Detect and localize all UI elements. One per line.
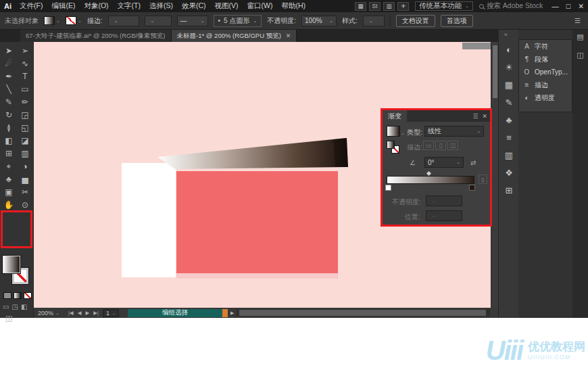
menu-item[interactable]: 选择(S) — [149, 1, 173, 11]
gradient-angle-dropdown[interactable]: 0° — [424, 157, 464, 168]
status-flyout-icon[interactable]: ▶ — [230, 310, 234, 316]
stock-search-field[interactable]: 搜索 Adobe Stock — [479, 1, 543, 11]
artboard-nav-button[interactable]: ▶ — [85, 310, 89, 316]
scale-tool[interactable]: ◲ — [17, 108, 33, 121]
symbol-sprayer-tool[interactable]: ♣ — [1, 172, 17, 185]
color-button[interactable] — [3, 292, 11, 299]
slice-tool[interactable]: ✂ — [17, 185, 33, 198]
blend-tool[interactable]: ◑ — [17, 160, 33, 172]
menu-item[interactable]: 文件(F) — [20, 1, 43, 11]
hand-tool[interactable]: ✋ — [1, 198, 17, 211]
width-tool[interactable]: ≬ — [1, 121, 17, 134]
document-tab-1[interactable]: 67-大玲子-建筑临摹.ai* @ 200% (RGB/像素预览) — [20, 30, 172, 42]
launch-grid-icon[interactable]: ▦ — [355, 2, 366, 11]
stop-position-dropdown[interactable] — [426, 210, 462, 221]
selection-tool[interactable]: ➤ — [1, 44, 17, 57]
menu-item[interactable]: 效果(C) — [182, 1, 206, 11]
paragraph-panel[interactable]: ¶ 段落 — [519, 53, 572, 66]
type-tool[interactable]: T — [17, 70, 33, 83]
document-tab-2[interactable]: 未标题-1* @ 200% (RGB/GPU 预览) ✕ — [172, 30, 297, 42]
paintbrush-tool[interactable]: ✎ — [1, 95, 17, 108]
pencil-tool[interactable]: ✏ — [17, 95, 33, 108]
brush-definition-dropdown[interactable] — [145, 16, 172, 26]
artboard-nav-button[interactable]: ◀ — [78, 310, 82, 316]
lasso-tool[interactable]: ∿ — [17, 57, 33, 70]
control-panel-menu-icon[interactable]: ☰ — [574, 17, 583, 24]
gradient-midpoint-handle[interactable] — [426, 171, 431, 176]
gradient-button[interactable] — [14, 292, 22, 299]
vertical-scrollbar-thumb[interactable] — [493, 45, 497, 98]
width-profile-dropdown[interactable]: — — [177, 16, 208, 26]
swatches-panel-icon[interactable]: ▦ — [499, 76, 519, 93]
draw-mode-button[interactable]: ▭ — [3, 303, 9, 310]
shape-builder-tool[interactable]: ◧ — [1, 134, 17, 147]
gradient-stop-end[interactable] — [469, 185, 475, 191]
pink-shadow-shape[interactable] — [176, 273, 338, 279]
cloud-icon[interactable]: ◫ — [577, 51, 583, 60]
stroke-weight-dropdown[interactable] — [108, 16, 139, 26]
gradient-panel-header[interactable]: 渐变 ☰ ✕ — [383, 110, 490, 122]
style-dropdown[interactable] — [363, 16, 385, 26]
stroke-color-dropdown[interactable]: ⌄ — [66, 16, 82, 25]
stroke-gradient-option-button[interactable]: ◫ — [447, 141, 458, 150]
stop-opacity-dropdown[interactable] — [426, 195, 462, 206]
none-button[interactable] — [24, 292, 32, 299]
rotate-tool[interactable]: ↻ — [1, 108, 17, 121]
opacity-dropdown[interactable]: 100% — [301, 16, 337, 26]
gradient-thumbnail-caret-icon[interactable]: ⌄ — [401, 131, 405, 136]
gradient-stop-option-icon[interactable]: ▯ — [479, 175, 487, 184]
artboard-nav-button[interactable]: |◀ — [68, 310, 74, 316]
white-rectangle-shape[interactable] — [122, 163, 176, 277]
menu-item[interactable]: 编辑(E) — [51, 1, 75, 11]
minimize-button[interactable]: — — [552, 2, 559, 10]
mini-fill-gradient-indicator[interactable] — [387, 141, 395, 149]
draw-mode-button[interactable]: ◳ — [11, 303, 18, 310]
artboard-number-dropdown[interactable]: 1 — [103, 309, 119, 317]
free-transform-tool[interactable]: ◱ — [17, 121, 33, 134]
tab-close-icon[interactable]: ✕ — [286, 32, 291, 39]
roof-gradient-shape[interactable] — [152, 134, 352, 173]
stroke-panel-icon[interactable]: ≡ — [499, 129, 519, 146]
rectangle-tool[interactable]: ▭ — [17, 83, 33, 95]
panel-close-icon[interactable]: ✕ — [482, 113, 487, 120]
menu-item[interactable]: 对象(O) — [84, 1, 108, 11]
gradient-panel-tab[interactable]: 渐变 — [383, 110, 407, 122]
transparency-panel[interactable]: ◐ 透明度 — [519, 91, 572, 104]
stroke-gradient-option-button[interactable]: ▯ — [435, 141, 446, 150]
artboard-nav-button[interactable]: ▶| — [93, 310, 99, 316]
gradient-slider[interactable] — [387, 176, 474, 184]
gradient-tool[interactable]: ▥ — [17, 147, 33, 160]
menu-item[interactable]: 帮助(H) — [282, 1, 306, 11]
gradient-stop-start[interactable] — [385, 185, 391, 191]
document-setup-button[interactable]: 文档设置 — [396, 15, 435, 27]
menu-item[interactable]: 文字(T) — [118, 1, 141, 11]
pen-tool[interactable]: ✒ — [1, 70, 17, 83]
workspace-switcher[interactable]: 传统基本功能 — [415, 1, 473, 11]
direct-selection-tool[interactable]: ➢ — [17, 44, 33, 57]
fill-color-dropdown[interactable]: ⌄ — [44, 16, 60, 25]
gradient-panel-icon[interactable]: ▥ — [499, 146, 519, 164]
stroke-gradient-option-button[interactable]: ▭ — [423, 141, 434, 150]
appearance-panel-icon[interactable]: ❖ — [499, 164, 519, 181]
menu-item[interactable]: 窗口(W) — [247, 1, 273, 11]
screen-mode-button[interactable]: ◫ — [5, 314, 12, 323]
stock-icon[interactable]: St — [369, 2, 381, 11]
red-rectangle-shape[interactable] — [176, 171, 338, 273]
menu-item[interactable]: 视图(V) — [215, 1, 239, 11]
gradient-thumbnail[interactable] — [387, 126, 400, 137]
mesh-tool[interactable]: ⊞ — [1, 147, 17, 160]
color-guide-panel-icon[interactable]: ☀ — [499, 58, 519, 76]
libraries-icon[interactable]: ▤ — [577, 32, 583, 41]
gradient-type-dropdown[interactable]: 线性 — [424, 126, 484, 137]
preferences-button[interactable]: 首选项 — [441, 15, 473, 27]
graph-tool[interactable]: ▅ — [17, 172, 33, 185]
opentype-panel[interactable]: O OpenTyp... — [519, 66, 572, 78]
reverse-gradient-icon[interactable]: ⇄ — [470, 159, 476, 166]
draw-mode-button[interactable]: ◧ — [21, 303, 27, 310]
line-segment-tool[interactable]: ╲ — [1, 83, 17, 95]
magic-wand-tool[interactable]: ☄ — [1, 57, 17, 70]
fill-stroke-indicator[interactable] — [3, 256, 32, 287]
horizontal-scrollbar[interactable] — [237, 309, 490, 317]
zoom-tool[interactable]: ⊙ — [17, 198, 33, 211]
stroke-panel[interactable]: ≡ 描边 — [519, 78, 572, 91]
